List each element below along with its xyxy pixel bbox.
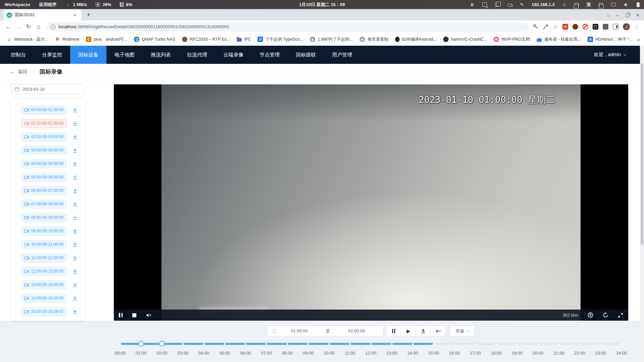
- profile-avatar[interactable]: J: [623, 23, 630, 30]
- segment-button[interactable]: 10:00:00-11:00:00: [21, 240, 67, 249]
- start-time-value[interactable]: 01:00:00: [276, 328, 322, 333]
- segment-download-button[interactable]: [73, 108, 78, 113]
- back-nav-icon[interactable]: ←: [3, 22, 13, 32]
- nav-item[interactable]: 节点管理: [251, 46, 288, 64]
- segment-button[interactable]: 08:00:00-09:00:00: [21, 213, 67, 222]
- segment-download-button[interactable]: [73, 161, 78, 166]
- timeline-start-handle[interactable]: [138, 341, 144, 347]
- nav-item[interactable]: 拉流代理: [179, 46, 215, 64]
- player-pause-button[interactable]: [119, 313, 123, 317]
- segment-button[interactable]: 00:00:00-01:00:00: [21, 106, 67, 115]
- play-button[interactable]: ▶: [401, 326, 416, 336]
- bookmark-compile-android[interactable]: 如何编译Android...: [393, 36, 439, 43]
- browser-home-icon[interactable]: ⌂: [34, 22, 44, 32]
- clipboard-tray-icon[interactable]: [494, 2, 500, 7]
- segment-download-button[interactable]: [73, 269, 78, 274]
- bookmark-star-icon[interactable]: ☆: [553, 23, 558, 30]
- network-speed-indicator[interactable]: ↓ 1 MB/s: [65, 2, 87, 7]
- bookmark-18w[interactable]: ⊕1.8W字|了不起的...: [308, 36, 355, 43]
- url-omnibox[interactable]: i localhost:38080/#/gbRecordDetail/34020…: [46, 22, 529, 32]
- segment-download-button[interactable]: [73, 134, 78, 139]
- memory-usage-indicator[interactable]: 8%: [120, 2, 132, 7]
- player-refresh-icon[interactable]: [603, 312, 608, 318]
- window-tile-icon[interactable]: [598, 2, 603, 7]
- nav-item[interactable]: 推流列表: [143, 46, 179, 64]
- forward-nav-icon[interactable]: →: [13, 22, 24, 32]
- bookmark-rfc2833[interactable]: RFC2833 – RTP Ev...: [180, 36, 232, 43]
- screenshot-tray-icon[interactable]: [482, 2, 487, 7]
- extension-dark-reader-icon[interactable]: [593, 24, 598, 30]
- user-menu[interactable]: 欢迎，admin: [594, 52, 626, 58]
- bing-wallpaper-icon[interactable]: b: [469, 2, 475, 7]
- input-method-indicator[interactable]: 英: [587, 2, 591, 8]
- reload-icon[interactable]: ↻: [24, 22, 34, 32]
- segment-download-button[interactable]: [73, 242, 78, 247]
- download-button[interactable]: [416, 326, 431, 336]
- nav-item[interactable]: 分屏监控: [34, 46, 70, 64]
- segment-button[interactable]: 11:00:00-12:00:00: [21, 253, 67, 263]
- segment-button[interactable]: 04:00:00-05:00:00: [21, 159, 67, 168]
- bookmark-qnap[interactable]: QQNAP Turbo NAS: [132, 36, 178, 43]
- nav-item[interactable]: 国标设备: [70, 46, 106, 64]
- segment-download-button[interactable]: [73, 282, 78, 287]
- bookmark-server[interactable]: 服务器 - 轻量应用...: [534, 36, 583, 43]
- date-picker-input[interactable]: 2023-01-10: [11, 84, 85, 94]
- segment-download-button[interactable]: [73, 188, 78, 193]
- segment-download-button[interactable]: [73, 296, 78, 301]
- site-info-icon[interactable]: i: [51, 25, 55, 29]
- color-picker-tray-icon[interactable]: ✎: [519, 2, 524, 7]
- browser-tab[interactable]: 国标28181 ×: [3, 9, 81, 21]
- segment-button[interactable]: 13:00:00-14:00:00: [21, 280, 67, 289]
- pause-button[interactable]: [386, 326, 401, 336]
- tab-search-chevron-icon[interactable]: [606, 13, 610, 17]
- bookmark-webstack[interactable]: ≡Webstack - 设计...: [4, 36, 50, 43]
- bookmark-free-copy[interactable]: ⊕免登录复制: [357, 36, 391, 43]
- step-back-button[interactable]: [431, 326, 446, 336]
- display-icon[interactable]: [610, 2, 616, 7]
- share-icon[interactable]: [543, 24, 549, 30]
- segment-download-button[interactable]: [73, 175, 78, 180]
- segment-button[interactable]: 07:00:00-08:00:00: [21, 200, 67, 209]
- bookmark-github-crash[interactable]: ◦hairrrrr/C-CrashC...: [441, 36, 489, 43]
- scrollbar-thumb[interactable]: [641, 63, 643, 245]
- segment-button[interactable]: 14:00:00-15:00:00: [21, 294, 67, 303]
- end-time-value[interactable]: 02:00:00: [334, 328, 380, 333]
- nav-item[interactable]: 电子地图: [106, 46, 143, 64]
- segment-download-button[interactable]: [73, 202, 78, 207]
- nav-item[interactable]: 国标级联: [288, 46, 324, 64]
- nav-item[interactable]: 用户管理: [324, 46, 360, 64]
- bookmark-ipc-folder[interactable]: IPC: [234, 36, 254, 43]
- volume-icon[interactable]: ): [623, 2, 628, 7]
- segment-download-button[interactable]: [73, 121, 78, 126]
- applications-button[interactable]: 应用程序: [39, 2, 56, 8]
- bookmark-hdatmos[interactable]: NHDAtmos :: 种子 *...: [585, 36, 635, 43]
- segment-download-button[interactable]: [73, 148, 78, 153]
- caffeine-tray-icon[interactable]: [507, 2, 512, 7]
- video-player[interactable]: 2023-01-10 01:00:00 星期二 552 kb/s: [114, 84, 628, 321]
- battery-icon[interactable]: [635, 2, 641, 7]
- new-tab-button[interactable]: +: [84, 10, 93, 19]
- cpu-usage-indicator[interactable]: 39%: [96, 2, 111, 7]
- page-scrollbar[interactable]: [640, 46, 644, 362]
- segment-button[interactable]: 02:00:00-03:00:00: [21, 132, 67, 142]
- player-mute-icon[interactable]: [146, 313, 152, 318]
- workspaces-tray-icon[interactable]: [574, 2, 580, 7]
- segment-download-button[interactable]: [73, 309, 78, 314]
- bookmark-wvp-pro[interactable]: WWVP-PRO文档: [491, 36, 532, 43]
- home-tray-icon[interactable]: ⌂: [562, 2, 567, 7]
- extension-js-icon[interactable]: JS: [562, 24, 568, 30]
- back-button[interactable]: ← 返回: [10, 69, 27, 75]
- segment-button[interactable]: 12:00:00-13:00:00: [21, 267, 67, 276]
- workspaces-button[interactable]: Workspaces: [5, 2, 30, 7]
- segment-button[interactable]: 05:00:00-06:00:00: [21, 173, 67, 182]
- ip-address-indicator[interactable]: 192.168.1.3: [532, 2, 555, 7]
- playback-speed-dropdown[interactable]: 倍速: [450, 325, 474, 336]
- segment-button[interactable]: 03:00:00-04:00:00: [21, 146, 67, 155]
- extensions-puzzle-icon[interactable]: [603, 24, 608, 30]
- browser-menu-icon[interactable]: ⋮: [634, 24, 639, 30]
- nav-item[interactable]: 云端录像: [215, 46, 251, 64]
- window-close-button[interactable]: ×: [636, 12, 639, 18]
- window-minimize-button[interactable]: –: [616, 12, 619, 18]
- segment-button[interactable]: 01:00:00-02:00:00: [21, 119, 67, 128]
- nav-item[interactable]: 控制台: [3, 46, 34, 64]
